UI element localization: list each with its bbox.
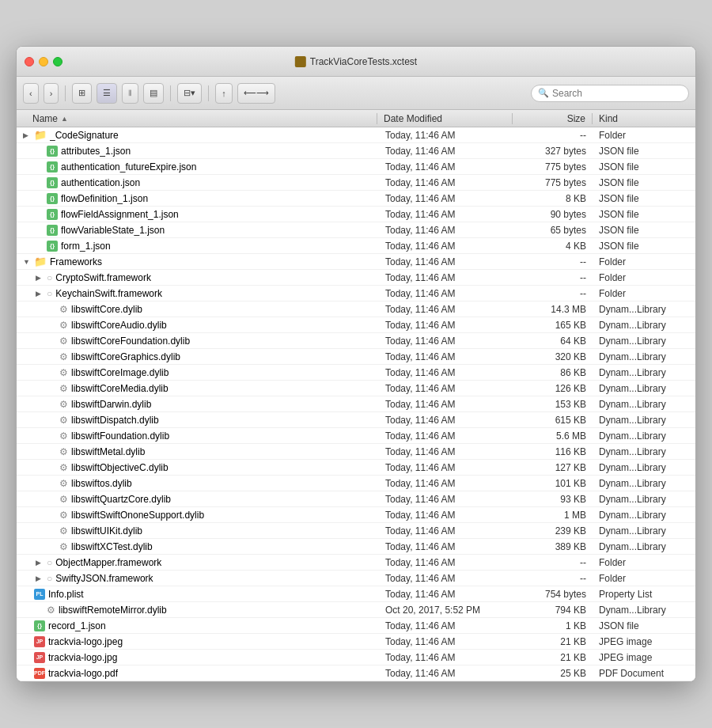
- json-icon: {}: [34, 620, 45, 631]
- column-header-date[interactable]: Date Modified: [377, 113, 512, 124]
- table-row[interactable]: ⚙ libswiftRemoteMirror.dylib Oct 20, 201…: [17, 602, 695, 618]
- file-date: Today, 11:46 AM: [379, 161, 513, 173]
- table-row[interactable]: {} record_1.json Today, 11:46 AM 1 KB JS…: [17, 618, 695, 634]
- table-row[interactable]: PL Info.plist Today, 11:46 AM 754 bytes …: [17, 586, 695, 602]
- table-row[interactable]: ⚙ libswiftMetal.dylib Today, 11:46 AM 11…: [17, 444, 695, 460]
- table-row[interactable]: {} authentication.json Today, 11:46 AM 7…: [17, 175, 695, 191]
- table-row[interactable]: {} attributes_1.json Today, 11:46 AM 327…: [17, 143, 695, 159]
- table-row[interactable]: ⚙ libswiftObjectiveC.dylib Today, 11:46 …: [17, 460, 695, 476]
- table-row[interactable]: {} flowFieldAssignment_1.json Today, 11:…: [17, 207, 695, 222]
- arrange-button[interactable]: ⊟▾: [177, 83, 202, 104]
- table-row[interactable]: ⚙ libswiftFoundation.dylib Today, 11:46 …: [17, 428, 695, 444]
- table-row[interactable]: JP trackvia-logo.jpeg Today, 11:46 AM 21…: [17, 634, 695, 650]
- file-size: 153 KB: [513, 399, 593, 410]
- framework-icon: ○: [47, 288, 52, 299]
- table-row[interactable]: ⚙ libswiftCoreImage.dylib Today, 11:46 A…: [17, 365, 695, 381]
- dylib-icon: ⚙: [59, 304, 68, 315]
- disclosure-triangle[interactable]: ▶: [36, 559, 44, 567]
- column-view-button[interactable]: ⫴: [122, 83, 138, 104]
- table-row[interactable]: ▼ 📁 Frameworks Today, 11:46 AM -- Folder: [17, 254, 695, 270]
- column-view-icon: ⫴: [128, 88, 132, 98]
- file-kind: JSON file: [593, 209, 695, 220]
- table-row[interactable]: ▶ 📁 _CodeSignature Today, 11:46 AM -- Fo…: [17, 127, 695, 143]
- file-kind: Dynam...Library: [593, 510, 695, 521]
- disclosure-triangle[interactable]: ▶: [36, 274, 44, 282]
- table-row[interactable]: ⚙ libswiftos.dylib Today, 11:46 AM 101 K…: [17, 476, 695, 491]
- close-button[interactable]: [25, 57, 34, 66]
- table-row[interactable]: ▶ ○ CryptoSwift.framework Today, 11:46 A…: [17, 270, 695, 286]
- table-row[interactable]: ⚙ libswiftCoreGraphics.dylib Today, 11:4…: [17, 349, 695, 365]
- file-size: 127 KB: [513, 462, 593, 473]
- column-header-kind[interactable]: Kind: [593, 113, 695, 124]
- table-row[interactable]: PDF trackvia-logo.pdf Today, 11:46 AM 25…: [17, 665, 695, 681]
- file-kind: JSON file: [593, 620, 695, 631]
- action-button[interactable]: ↑: [215, 83, 233, 104]
- table-row[interactable]: ▶ ○ SwiftyJSON.framework Today, 11:46 AM…: [17, 571, 695, 586]
- table-row[interactable]: ▶ ○ KeychainSwift.framework Today, 11:46…: [17, 286, 695, 301]
- file-name-label: libswiftSwiftOnoneSupport.dylib: [71, 510, 204, 521]
- dylib-icon: ⚙: [59, 336, 68, 347]
- table-row[interactable]: {} flowDefinition_1.json Today, 11:46 AM…: [17, 191, 695, 207]
- toolbar: ‹ › ⊞ ☰ ⫴ ▤ ⊟▾ ↑ ⟵⟶ 🔍: [17, 77, 695, 110]
- table-row[interactable]: ⚙ libswiftCoreAudio.dylib Today, 11:46 A…: [17, 317, 695, 333]
- plist-icon: PL: [34, 589, 45, 600]
- list-view-button[interactable]: ☰: [97, 83, 117, 104]
- json-icon: {}: [47, 161, 58, 173]
- table-row[interactable]: ⚙ libswiftDarwin.dylib Today, 11:46 AM 1…: [17, 396, 695, 412]
- table-row[interactable]: ⚙ libswiftUIKit.dylib Today, 11:46 AM 23…: [17, 523, 695, 539]
- file-name-cell: {} flowFieldAssignment_1.json: [17, 209, 379, 220]
- disclosure-triangle[interactable]: ▶: [36, 290, 44, 298]
- file-name-cell: JP trackvia-logo.jpg: [17, 652, 379, 663]
- file-name-cell: {} attributes_1.json: [17, 146, 379, 157]
- table-row[interactable]: ⚙ libswiftSwiftOnoneSupport.dylib Today,…: [17, 507, 695, 523]
- toolbar-separator-2: [170, 85, 171, 101]
- file-name-cell: PL Info.plist: [17, 589, 379, 600]
- forward-button[interactable]: ›: [44, 83, 59, 104]
- column-header-size[interactable]: Size: [513, 113, 592, 124]
- file-name-label: Frameworks: [50, 256, 102, 267]
- file-size: --: [513, 130, 593, 141]
- table-row[interactable]: {} authentication_futureExpire.json Toda…: [17, 159, 695, 175]
- minimize-button[interactable]: [39, 57, 48, 66]
- table-row[interactable]: {} form_1.json Today, 11:46 AM 4 KB JSON…: [17, 238, 695, 254]
- file-name-cell: ⚙ libswiftCore.dylib: [17, 304, 379, 315]
- column-header-name[interactable]: Name ▲: [17, 113, 377, 124]
- file-name-cell: ⚙ libswiftDarwin.dylib: [17, 399, 379, 410]
- file-date: Today, 11:46 AM: [379, 351, 513, 362]
- table-row[interactable]: {} flowVariableState_1.json Today, 11:46…: [17, 222, 695, 238]
- file-kind: Dynam...Library: [593, 605, 695, 616]
- file-date: Today, 11:46 AM: [379, 589, 513, 600]
- file-size: 615 KB: [513, 415, 593, 426]
- file-size: 65 bytes: [513, 225, 593, 236]
- dylib-icon: ⚙: [59, 430, 68, 442]
- file-name-label: libswiftRemoteMirror.dylib: [59, 605, 167, 616]
- table-row[interactable]: ⚙ libswiftCoreMedia.dylib Today, 11:46 A…: [17, 381, 695, 396]
- icon-view-button[interactable]: ⊞: [72, 83, 92, 104]
- file-name-label: libswiftQuartzCore.dylib: [71, 494, 171, 505]
- search-input[interactable]: [552, 88, 682, 99]
- table-row[interactable]: ⚙ libswiftCoreFoundation.dylib Today, 11…: [17, 333, 695, 349]
- path-button[interactable]: ⟵⟶: [237, 83, 275, 104]
- file-kind: Dynam...Library: [593, 304, 695, 315]
- file-kind: Folder: [593, 130, 695, 141]
- table-row[interactable]: ⚙ libswiftXCTest.dylib Today, 11:46 AM 3…: [17, 539, 695, 555]
- maximize-button[interactable]: [53, 57, 62, 66]
- search-box: 🔍: [531, 85, 689, 102]
- file-date: Today, 11:46 AM: [379, 446, 513, 457]
- disclosure-triangle[interactable]: ▶: [23, 131, 31, 139]
- table-row[interactable]: ⚙ libswiftCore.dylib Today, 11:46 AM 14.…: [17, 301, 695, 317]
- file-size: 25 KB: [513, 668, 593, 679]
- file-size: 165 KB: [513, 320, 593, 331]
- file-date: Today, 11:46 AM: [379, 177, 513, 188]
- disclosure-triangle[interactable]: ▼: [23, 258, 31, 266]
- table-row[interactable]: ⚙ libswiftDispatch.dylib Today, 11:46 AM…: [17, 412, 695, 428]
- table-row[interactable]: JP trackvia-logo.jpg Today, 11:46 AM 21 …: [17, 650, 695, 665]
- back-button[interactable]: ‹: [23, 83, 39, 104]
- table-row[interactable]: ▶ ○ ObjectMapper.framework Today, 11:46 …: [17, 555, 695, 571]
- file-name-label: libswiftDispatch.dylib: [71, 415, 159, 426]
- file-name-label: CryptoSwift.framework: [55, 272, 151, 283]
- disclosure-triangle[interactable]: ▶: [36, 574, 44, 582]
- table-row[interactable]: ⚙ libswiftQuartzCore.dylib Today, 11:46 …: [17, 491, 695, 507]
- file-size: 1 KB: [513, 620, 593, 631]
- cover-flow-button[interactable]: ▤: [143, 83, 164, 104]
